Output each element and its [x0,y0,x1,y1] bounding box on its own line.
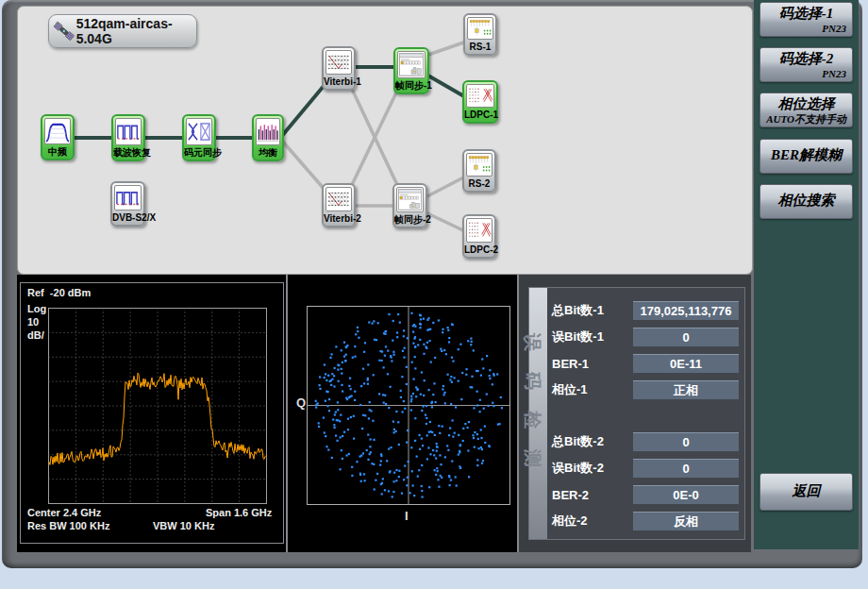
sidebar-button-code-select-2[interactable]: 码选择-2PN23 [760,47,853,82]
ber-value-box: 0E-11 [633,354,739,373]
block-label: RS-1 [465,40,495,54]
sidebar-button-phase-select[interactable]: 相位选择AUTO不支持手动 [760,93,853,127]
signal-chain-panel: 中频载波恢复码元同步均衡DVB-S2/XViterbi-1Viterbi-2帧同… [17,6,753,275]
ber-row-label: 相位-2 [552,513,633,530]
ber-row: 总Bit数-1179,025,113,776 [552,297,739,324]
ber-row-label: 总Bit数-2 [552,433,633,450]
app-window: 中频载波恢复码元同步均衡DVB-S2/XViterbi-1Viterbi-2帧同… [2,0,862,568]
spectrum-analyzer-panel: Ref -20 dBm Log 10 dB/ Center 2.4 GHz Sp… [20,282,284,544]
ber-value-box: 179,025,113,776 [633,301,739,320]
sidebar-button-label: BER解模糊 [760,140,852,171]
ber-row-label: BER-2 [552,488,633,502]
block-if[interactable]: 中频 [41,114,75,160]
trellis-icon [326,50,352,75]
ber-row: BER-10E-11 [552,350,739,377]
block-label: 码元同步 [184,145,214,160]
constellation-plot [289,275,517,552]
sidebar-button-sublabel: PN23 [760,23,852,34]
block-label: 帧同步-1 [395,78,427,93]
ber-row-label: 误Bit数-2 [552,460,633,477]
block-label: Viterbi-1 [324,75,354,89]
spectrum-rbw-label: Res BW 100 KHz [27,520,109,531]
ber-row: BER-20E-0 [552,481,739,508]
sidebar-button-label: 码选择-1 [760,5,852,23]
ber-row: 误Bit数-10 [552,324,739,350]
sidebar-button-phase-search[interactable]: 相位搜索 [760,184,853,219]
block-frame-sync-1[interactable]: 帧同步-1 [393,47,429,94]
ber-row-label: 误Bit数-1 [552,328,633,345]
bars-icon [256,118,280,145]
block-label: LDPC-1 [464,108,496,122]
sidebar: 码选择-1PN23码选择-2PN23相位选择AUTO不支持手动BER解模糊相位搜… [754,0,859,549]
ber-value-box: 正相 [633,380,739,399]
ber-value-box: 0E-0 [633,485,739,504]
ber-panel: 误码检测 总Bit数-1179,025,113,776误Bit数-10BER-1… [519,275,751,552]
ber-value-box: 反相 [633,512,739,530]
ldpc-icon [466,84,494,108]
squarewave-icon [115,118,142,145]
spectrum-plot [21,283,285,545]
sidebar-button-label: 码选择-2 [760,50,852,68]
sidebar-button-label: 相位选择 [760,95,852,113]
eye-icon [186,118,212,145]
block-label: 载波恢复 [113,145,143,160]
ber-row: 相位-1正相 [552,377,739,403]
ber-panel-title: 误码检测 [520,333,544,488]
framesync-icon [397,51,426,78]
spectrum-span-label: Span 1.6 GHz [206,507,272,518]
block-label: RS-2 [464,177,494,191]
spectrum-icon [44,118,71,144]
ber-row: 误Bit数-20 [552,455,739,481]
block-rs-2[interactable]: RS-2 [462,149,496,193]
block-symbol-sync[interactable]: 码元同步 [182,114,216,161]
block-viterbi-1[interactable]: Viterbi-1 [322,46,356,91]
block-label: Viterbi-2 [324,211,354,226]
block-label: 均衡 [254,145,282,160]
sidebar-button-code-select-1[interactable]: 码选择-1PN23 [760,2,853,37]
spectrum-center-label: Center 2.4 GHz [27,507,101,518]
block-viterbi-2[interactable]: Viterbi-2 [322,183,356,227]
ber-row-label: BER-1 [552,357,633,371]
constellation-panel: Q I [289,275,517,552]
displays-area: Ref -20 dBm Log 10 dB/ Center 2.4 GHz Sp… [17,275,751,552]
framesync-icon [396,187,424,212]
block-label: DVB-S2/X [112,210,143,225]
ber-title-strip: 误码检测 [529,288,547,539]
ber-row-label: 总Bit数-1 [552,302,633,319]
spectrum-vbw-label: VBW 10 KHz [153,520,214,531]
ber-value-box: 0 [633,459,739,478]
ber-value-box: 0 [633,432,739,451]
ber-row: 相位-2反相 [552,508,739,534]
sidebar-button-sublabel: PN23 [760,68,852,79]
ldpc-icon [466,218,492,243]
block-ldpc-1[interactable]: LDPC-1 [462,80,498,124]
ber-row: 总Bit数-20 [552,429,739,455]
ber-value-box: 0 [633,328,739,346]
block-label: 中频 [42,144,73,159]
block-rs-1[interactable]: RS-1 [463,13,497,56]
q-axis-label: Q [296,395,306,410]
ber-inner-panel: 误码检测 总Bit数-1179,025,113,776误Bit数-10BER-1… [528,287,745,540]
ber-row-label: 相位-1 [552,381,633,398]
block-dvb-s2x[interactable]: DVB-S2/X [110,181,145,227]
screen: 中频载波恢复码元同步均衡DVB-S2/XViterbi-1Viterbi-2帧同… [0,0,868,589]
rs-icon [466,153,492,177]
i-axis-label: I [405,509,409,523]
sidebar-button-sublabel: AUTO不支持手动 [760,113,852,125]
trellis-icon [326,187,352,211]
sidebar-button-label: 返回 [760,474,852,508]
squarewave-icon [114,185,142,210]
block-equalizer[interactable]: 均衡 [252,114,284,161]
block-ldpc-2[interactable]: LDPC-2 [462,214,496,259]
block-label: LDPC-2 [464,243,494,257]
panel-divider [286,275,288,552]
block-frame-sync-2[interactable]: 帧同步-2 [392,183,427,228]
sidebar-button-back[interactable]: 返回 [760,473,853,511]
block-carrier-recovery[interactable]: 载波恢复 [111,114,145,161]
block-label: 帧同步-2 [394,212,426,227]
rs-icon [467,17,493,40]
sidebar-button-ber-deambiguity[interactable]: BER解模糊 [760,139,853,174]
sidebar-button-label: 相位搜索 [760,185,852,216]
